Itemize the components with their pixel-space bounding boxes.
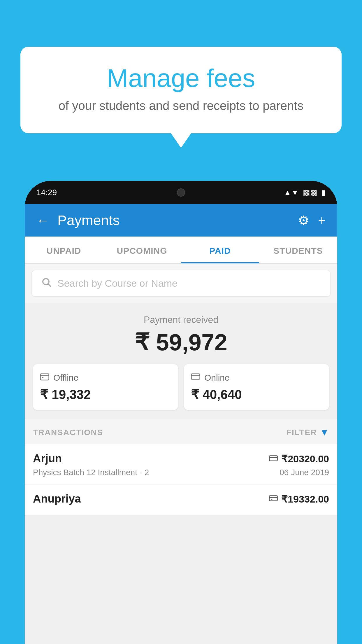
phone-frame: 14:29 ▲▼ ▩▩ ▮ ← Payments ⚙ + UNPAID UPCO… bbox=[25, 181, 337, 644]
status-time: 14:29 bbox=[36, 188, 57, 197]
search-container: Search by Course or Name bbox=[25, 264, 337, 303]
add-icon[interactable]: + bbox=[318, 213, 326, 228]
payment-cards: Offline ₹ 19,332 Online ₹ 4 bbox=[32, 364, 330, 410]
online-card: Online ₹ 40,640 bbox=[184, 364, 329, 410]
student-name: Arjun bbox=[33, 452, 62, 465]
transactions-header: TRANSACTIONS FILTER ▼ bbox=[25, 419, 337, 444]
filter-label: FILTER bbox=[286, 428, 317, 437]
filter-icon: ▼ bbox=[320, 427, 329, 438]
search-box[interactable]: Search by Course or Name bbox=[32, 270, 330, 296]
tab-students[interactable]: STUDENTS bbox=[259, 237, 337, 263]
wifi-icon: ▲▼ bbox=[284, 188, 299, 197]
transaction-amount: ₹20320.00 bbox=[269, 453, 329, 465]
status-bar: 14:29 ▲▼ ▩▩ ▮ bbox=[25, 181, 337, 204]
transactions-label: TRANSACTIONS bbox=[33, 428, 103, 437]
payment-total-amount: ₹ 59,972 bbox=[32, 329, 330, 356]
bubble-subtitle: of your students and send receipts to pa… bbox=[35, 99, 327, 113]
battery-icon: ▮ bbox=[321, 188, 326, 197]
app-header: ← Payments ⚙ + bbox=[25, 204, 337, 237]
table-row[interactable]: Anupriya ₹19332.00 bbox=[25, 484, 337, 515]
card-payment-icon bbox=[269, 454, 278, 464]
transaction-date: 06 June 2019 bbox=[280, 468, 329, 477]
bubble-title: Manage fees bbox=[35, 64, 327, 92]
online-icon bbox=[191, 372, 200, 383]
filter-area[interactable]: FILTER ▼ bbox=[286, 427, 329, 438]
page-title: Payments bbox=[57, 212, 298, 228]
tab-unpaid[interactable]: UNPAID bbox=[25, 237, 103, 263]
offline-icon bbox=[40, 372, 49, 383]
svg-rect-2 bbox=[40, 374, 49, 380]
table-row[interactable]: Arjun ₹20320.00 Physics Batch 12 Install… bbox=[25, 444, 337, 484]
search-placeholder-text: Search by Course or Name bbox=[57, 278, 178, 289]
transaction-amount: ₹19332.00 bbox=[269, 493, 329, 505]
search-icon bbox=[41, 277, 52, 290]
svg-rect-5 bbox=[191, 374, 200, 379]
svg-rect-7 bbox=[269, 456, 277, 461]
svg-rect-9 bbox=[269, 496, 277, 501]
offline-payment-icon bbox=[269, 494, 278, 504]
offline-amount: ₹ 19,332 bbox=[40, 387, 171, 402]
signal-icon: ▩▩ bbox=[303, 188, 317, 197]
phone-camera bbox=[177, 188, 185, 197]
gear-icon[interactable]: ⚙ bbox=[298, 213, 309, 228]
course-info: Physics Batch 12 Installment - 2 bbox=[33, 468, 149, 477]
online-label: Online bbox=[204, 373, 230, 383]
student-name: Anupriya bbox=[33, 493, 81, 505]
offline-label: Offline bbox=[53, 373, 78, 383]
payment-summary: Payment received ₹ 59,972 Offline bbox=[25, 303, 337, 419]
payment-received-label: Payment received bbox=[32, 314, 330, 325]
speech-bubble: Manage fees of your students and send re… bbox=[20, 47, 342, 133]
status-icons: ▲▼ ▩▩ ▮ bbox=[284, 188, 326, 197]
phone-screen: ← Payments ⚙ + UNPAID UPCOMING PAID STUD… bbox=[25, 204, 337, 644]
back-button[interactable]: ← bbox=[36, 213, 49, 228]
tabs-bar: UNPAID UPCOMING PAID STUDENTS bbox=[25, 237, 337, 264]
header-icons: ⚙ + bbox=[298, 213, 326, 228]
tab-paid[interactable]: PAID bbox=[181, 237, 259, 263]
tab-upcoming[interactable]: UPCOMING bbox=[103, 237, 181, 263]
svg-line-1 bbox=[48, 284, 51, 286]
offline-card: Offline ₹ 19,332 bbox=[33, 364, 178, 410]
online-amount: ₹ 40,640 bbox=[191, 387, 322, 402]
